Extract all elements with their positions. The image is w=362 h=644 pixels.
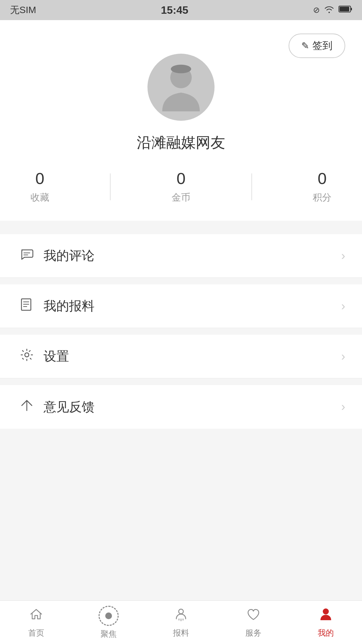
comments-icon-wrap — [17, 246, 37, 266]
coins-label: 金币 — [172, 191, 190, 204]
menu-item-settings[interactable]: 设置 › — [0, 335, 362, 378]
comments-icon — [20, 247, 34, 264]
nav-focus[interactable]: 聚焦 — [72, 606, 145, 639]
checkin-icon: ✎ — [301, 40, 309, 51]
nav-mine[interactable]: 我的 — [290, 607, 362, 638]
stat-favorites: 0 收藏 — [31, 169, 49, 204]
nav-home[interactable]: 首页 — [0, 607, 72, 638]
menu-divider-1 — [0, 278, 362, 284]
settings-label: 设置 — [44, 348, 341, 365]
feedback-label: 意见反馈 — [44, 398, 341, 416]
comments-label: 我的评论 — [44, 247, 341, 264]
menu-item-report[interactable]: 我的报料 › — [0, 284, 362, 328]
stats-row: 0 收藏 0 金币 0 积分 — [0, 169, 362, 204]
home-label: 首页 — [28, 628, 44, 638]
settings-icon — [20, 348, 34, 365]
feedback-icon — [20, 398, 34, 416]
menu-divider-2 — [0, 328, 362, 335]
time-label: 15:45 — [161, 4, 188, 16]
stat-divider-1 — [110, 173, 111, 200]
nav-service[interactable]: 服务 — [217, 607, 290, 638]
menu-item-feedback[interactable]: 意见反馈 › — [0, 385, 362, 429]
mine-label: 我的 — [318, 628, 334, 638]
svg-point-4 — [171, 65, 191, 73]
service-icon — [246, 607, 261, 625]
carrier-label: 无SIM — [10, 4, 36, 16]
points-count: 0 — [318, 169, 327, 188]
mine-icon — [318, 607, 333, 625]
wifi-icon — [324, 5, 335, 15]
bottom-nav: 首页 聚焦 报料 服务 — [0, 600, 362, 644]
stat-coins: 0 金币 — [172, 169, 190, 204]
svg-point-13 — [323, 608, 329, 614]
stat-points: 0 积分 — [313, 169, 331, 204]
profile-section: ✎ 签到 沿滩融媒网友 0 收藏 0 金币 — [0, 20, 362, 221]
checkin-label: 签到 — [312, 39, 333, 53]
main-content: ✎ 签到 沿滩融媒网友 0 收藏 0 金币 — [0, 20, 362, 600]
focus-icon — [99, 606, 119, 626]
battery-icon — [339, 5, 352, 15]
settings-icon-wrap — [17, 346, 37, 367]
report-nav-icon — [174, 607, 188, 625]
checkin-button[interactable]: ✎ 签到 — [289, 34, 345, 58]
stat-divider-2 — [251, 173, 252, 200]
menu-top-divider — [0, 221, 362, 227]
focus-label: 聚焦 — [101, 629, 117, 639]
svg-point-12 — [179, 609, 183, 614]
report-nav-label: 报料 — [173, 628, 189, 638]
report-arrow: › — [341, 299, 345, 313]
svg-rect-1 — [340, 7, 349, 11]
report-icon — [20, 298, 34, 315]
coins-count: 0 — [177, 169, 186, 188]
report-icon-wrap — [17, 296, 37, 316]
feedback-arrow: › — [341, 400, 345, 414]
service-label: 服务 — [245, 628, 261, 638]
username-label: 沿滩融媒网友 — [137, 133, 225, 153]
report-label: 我的报料 — [44, 298, 341, 315]
comments-arrow: › — [341, 249, 345, 263]
menu-section: 我的评论 › 我的报料 › — [0, 234, 362, 429]
svg-rect-2 — [351, 8, 352, 10]
avatar[interactable] — [147, 54, 215, 121]
feedback-icon-wrap — [17, 397, 37, 417]
menu-item-comments[interactable]: 我的评论 › — [0, 234, 362, 278]
points-label: 积分 — [313, 191, 331, 204]
favorites-count: 0 — [35, 169, 44, 188]
signal-icon: ⊘ — [313, 5, 320, 15]
status-icons: ⊘ — [313, 5, 352, 15]
settings-arrow: › — [341, 350, 345, 364]
favorites-label: 收藏 — [31, 191, 49, 204]
home-icon — [29, 607, 44, 625]
svg-point-11 — [25, 353, 29, 357]
menu-divider-3 — [0, 378, 362, 385]
nav-report[interactable]: 报料 — [145, 607, 217, 638]
status-bar: 无SIM 15:45 ⊘ — [0, 0, 362, 20]
